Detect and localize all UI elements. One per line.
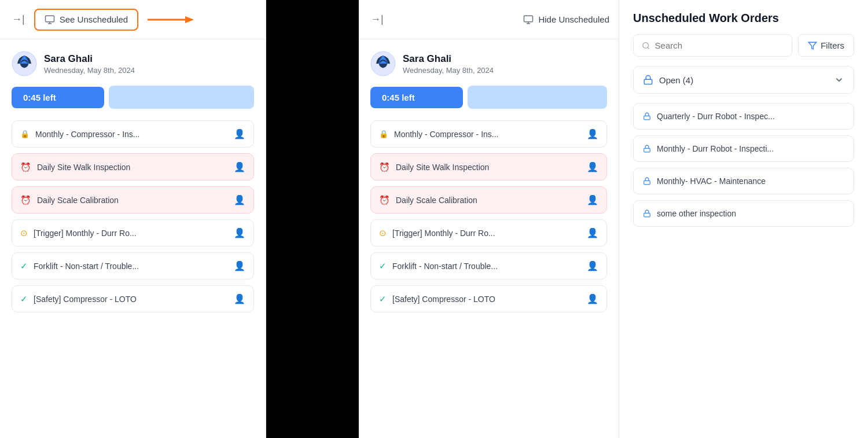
- left-item-left-5: ✓ [Safety] Compressor - LOTO: [20, 294, 234, 304]
- left-work-order-item-2[interactable]: ⏰ Daily Scale Calibration 👤: [12, 186, 254, 214]
- unscheduled-lock-icon-3: [643, 209, 651, 218]
- middle-item-label-2: Daily Scale Calibration: [396, 196, 477, 205]
- middle-people-icon-1: 👤: [587, 161, 598, 172]
- search-input[interactable]: [655, 41, 784, 50]
- filters-button[interactable]: Filters: [798, 34, 854, 57]
- left-time-bar: 0:45 left: [12, 87, 104, 108]
- see-unscheduled-button[interactable]: See Unscheduled: [34, 9, 138, 31]
- left-item-label-5: [Safety] Compressor - LOTO: [34, 295, 137, 304]
- middle-lock-icon-0: 🔒: [379, 130, 388, 138]
- people-icon-4: 👤: [234, 260, 245, 271]
- search-filter-row: Filters: [633, 34, 854, 57]
- left-work-order-item-5[interactable]: ✓ [Safety] Compressor - LOTO 👤: [12, 285, 254, 312]
- middle-user-header: Sara Ghali Wednesday, May 8th, 2024: [370, 51, 607, 76]
- middle-item-label-5: [Safety] Compressor - LOTO: [392, 295, 495, 304]
- middle-people-icon-3: 👤: [587, 227, 598, 238]
- middle-people-icon-2: 👤: [587, 194, 598, 205]
- left-work-order-item-4[interactable]: ✓ Forklift - Non-start / Trouble... 👤: [12, 252, 254, 279]
- left-work-orders-list: 🔒 Monthly - Compressor - Ins... 👤 ⏰ Dail…: [12, 120, 254, 312]
- unscheduled-items-list: Quarterly - Durr Robot - Inspec... Month…: [633, 103, 854, 233]
- left-user-info: Sara Ghali Wednesday, May 8th, 2024: [44, 53, 135, 75]
- left-item-label-2: Daily Scale Calibration: [37, 196, 119, 205]
- left-user-header: Sara Ghali Wednesday, May 8th, 2024: [12, 51, 254, 76]
- open-dropdown[interactable]: Open (4): [633, 66, 854, 94]
- left-item-left-2: ⏰ Daily Scale Calibration: [20, 195, 234, 205]
- middle-people-icon-5: 👤: [587, 293, 598, 304]
- middle-work-order-item-2[interactable]: ⏰ Daily Scale Calibration 👤: [370, 186, 607, 214]
- middle-work-order-item-1[interactable]: ⏰ Daily Site Walk Inspection 👤: [370, 153, 607, 181]
- svg-rect-19: [644, 213, 650, 216]
- unscheduled-lock-icon-1: [643, 145, 651, 153]
- svg-rect-7: [524, 16, 533, 22]
- chevron-down-icon: [834, 75, 844, 85]
- middle-time-remainder: [468, 86, 607, 109]
- middle-item-left-3: ⊙ [Trigger] Monthly - Durr Ro...: [379, 228, 587, 238]
- middle-item-left-0: 🔒 Monthly - Compressor - Ins...: [379, 130, 587, 139]
- check-icon-5: ✓: [20, 294, 28, 304]
- left-work-order-item-0[interactable]: 🔒 Monthly - Compressor - Ins... 👤: [12, 120, 254, 148]
- unscheduled-item-label-3: some other inspection: [657, 209, 736, 218]
- unscheduled-item-label-1: Monthly - Durr Robot - Inspecti...: [657, 144, 774, 153]
- unscheduled-item-label-2: Monthly- HVAC - Maintenance: [657, 176, 766, 186]
- svg-rect-17: [644, 148, 650, 152]
- middle-people-icon-0: 👤: [587, 128, 598, 139]
- svg-marker-14: [808, 42, 816, 49]
- middle-work-order-item-3[interactable]: ⊙ [Trigger] Monthly - Durr Ro... 👤: [370, 219, 607, 246]
- left-item-left-4: ✓ Forklift - Non-start / Trouble...: [20, 261, 234, 271]
- left-item-label-3: [Trigger] Monthly - Durr Ro...: [34, 229, 137, 238]
- unscheduled-item-2[interactable]: Monthly- HVAC - Maintenance: [633, 168, 854, 194]
- middle-check-icon-5: ✓: [379, 294, 387, 304]
- middle-item-label-3: [Trigger] Monthly - Durr Ro...: [392, 229, 495, 238]
- unscheduled-item-1[interactable]: Monthly - Durr Robot - Inspecti...: [633, 135, 854, 162]
- filter-label: Filters: [821, 41, 844, 50]
- svg-rect-18: [644, 181, 650, 184]
- hide-monitor-icon: [523, 14, 534, 25]
- people-icon-1: 👤: [234, 161, 245, 172]
- svg-point-12: [643, 42, 649, 48]
- svg-line-13: [648, 47, 649, 49]
- middle-item-left-5: ✓ [Safety] Compressor - LOTO: [379, 294, 587, 304]
- middle-work-order-item-0[interactable]: 🔒 Monthly - Compressor - Ins... 👤: [370, 120, 607, 148]
- unscheduled-lock-icon-2: [643, 177, 651, 185]
- middle-work-order-item-4[interactable]: ✓ Forklift - Non-start / Trouble... 👤: [370, 252, 607, 279]
- middle-item-label-4: Forklift - Non-start / Trouble...: [392, 262, 498, 271]
- unscheduled-item-0[interactable]: Quarterly - Durr Robot - Inspec...: [633, 103, 854, 130]
- search-icon: [642, 41, 650, 50]
- avatar-icon: [12, 51, 37, 76]
- hide-unscheduled-label: Hide Unscheduled: [538, 14, 609, 24]
- middle-toolbar: →| Hide Unscheduled: [359, 0, 619, 39]
- svg-marker-4: [185, 16, 194, 23]
- orange-arrow: [148, 13, 194, 27]
- unscheduled-item-label-0: Quarterly - Durr Robot - Inspec...: [657, 112, 775, 121]
- left-panel: →| See Unscheduled: [0, 0, 266, 438]
- people-icon-0: 👤: [234, 128, 245, 139]
- left-item-left-3: ⊙ [Trigger] Monthly - Durr Ro...: [20, 228, 234, 238]
- middle-work-order-item-5[interactable]: ✓ [Safety] Compressor - LOTO 👤: [370, 285, 607, 312]
- filter-icon: [808, 41, 817, 50]
- open-dropdown-left: Open (4): [643, 75, 693, 85]
- search-box[interactable]: [633, 34, 792, 57]
- unscheduled-item-3[interactable]: some other inspection: [633, 200, 854, 227]
- middle-item-left-2: ⏰ Daily Scale Calibration: [379, 195, 587, 205]
- middle-check-icon-4: ✓: [379, 261, 387, 271]
- middle-panel-content: Sara Ghali Wednesday, May 8th, 2024 0:45…: [359, 39, 619, 438]
- left-work-order-item-3[interactable]: ⊙ [Trigger] Monthly - Durr Ro... 👤: [12, 219, 254, 246]
- middle-item-label-1: Daily Site Walk Inspection: [396, 163, 489, 172]
- left-panel-content: Sara Ghali Wednesday, May 8th, 2024 0:45…: [0, 39, 266, 438]
- middle-people-icon-4: 👤: [587, 260, 598, 271]
- left-time-row: 0:45 left: [12, 86, 254, 109]
- right-panel: Unscheduled Work Orders Filters Open (4): [619, 0, 868, 438]
- middle-warning-icon-3: ⊙: [379, 228, 387, 238]
- middle-time-bar: 0:45 left: [370, 87, 463, 108]
- left-work-order-item-1[interactable]: ⏰ Daily Site Walk Inspection 👤: [12, 153, 254, 181]
- people-icon-5: 👤: [234, 293, 245, 304]
- black-divider: [266, 0, 359, 438]
- middle-item-left-4: ✓ Forklift - Non-start / Trouble...: [379, 261, 587, 271]
- left-collapse-button[interactable]: →|: [9, 11, 27, 28]
- middle-avatar-icon: [370, 51, 396, 76]
- left-item-label-0: Monthly - Compressor - Ins...: [35, 130, 140, 139]
- middle-collapse-button[interactable]: →|: [368, 11, 386, 28]
- lock-icon-0: 🔒: [20, 130, 30, 138]
- middle-user-date: Wednesday, May 8th, 2024: [403, 66, 494, 75]
- hide-unscheduled-button[interactable]: Hide Unscheduled: [523, 14, 609, 25]
